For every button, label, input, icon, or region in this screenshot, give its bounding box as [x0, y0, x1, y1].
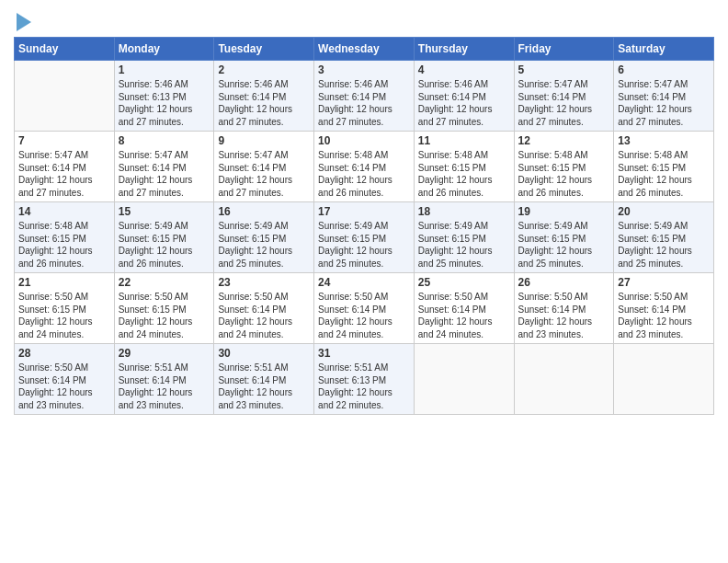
week-row-5: 28Sunrise: 5:50 AM Sunset: 6:14 PM Dayli… [15, 344, 714, 415]
day-info: Sunrise: 5:51 AM Sunset: 6:14 PM Dayligh… [119, 362, 210, 411]
day-info: Sunrise: 5:49 AM Sunset: 6:15 PM Dayligh… [418, 220, 510, 270]
day-cell: 22Sunrise: 5:50 AM Sunset: 6:15 PM Dayli… [114, 273, 214, 344]
day-info: Sunrise: 5:47 AM Sunset: 6:14 PM Dayligh… [618, 78, 710, 128]
day-cell: 26Sunrise: 5:50 AM Sunset: 6:14 PM Dayli… [514, 273, 614, 344]
logo [14, 9, 31, 31]
day-number: 27 [618, 276, 710, 289]
day-cell: 18Sunrise: 5:49 AM Sunset: 6:15 PM Dayli… [414, 202, 514, 273]
day-cell: 14Sunrise: 5:48 AM Sunset: 6:15 PM Dayli… [15, 202, 115, 273]
day-info: Sunrise: 5:49 AM Sunset: 6:15 PM Dayligh… [119, 220, 210, 270]
page-header [14, 9, 714, 31]
day-info: Sunrise: 5:48 AM Sunset: 6:14 PM Dayligh… [318, 149, 410, 199]
day-info: Sunrise: 5:49 AM Sunset: 6:15 PM Dayligh… [318, 220, 410, 270]
day-info: Sunrise: 5:48 AM Sunset: 6:15 PM Dayligh… [18, 220, 110, 270]
day-cell: 11Sunrise: 5:48 AM Sunset: 6:15 PM Dayli… [414, 132, 514, 202]
day-info: Sunrise: 5:46 AM Sunset: 6:14 PM Dayligh… [418, 78, 510, 128]
day-number: 8 [119, 134, 210, 147]
day-cell: 21Sunrise: 5:50 AM Sunset: 6:15 PM Dayli… [15, 273, 115, 344]
day-number: 15 [119, 205, 210, 218]
day-info: Sunrise: 5:51 AM Sunset: 6:14 PM Dayligh… [218, 362, 310, 411]
header-cell-tuesday: Tuesday [214, 38, 314, 61]
day-cell: 15Sunrise: 5:49 AM Sunset: 6:15 PM Dayli… [114, 202, 214, 273]
day-cell: 27Sunrise: 5:50 AM Sunset: 6:14 PM Dayli… [614, 273, 714, 344]
day-number: 23 [218, 276, 310, 289]
day-info: Sunrise: 5:51 AM Sunset: 6:13 PM Dayligh… [318, 362, 410, 411]
day-cell: 23Sunrise: 5:50 AM Sunset: 6:14 PM Dayli… [214, 273, 314, 344]
week-row-4: 21Sunrise: 5:50 AM Sunset: 6:15 PM Dayli… [15, 273, 714, 344]
day-cell: 13Sunrise: 5:48 AM Sunset: 6:15 PM Dayli… [614, 132, 714, 202]
day-cell [514, 344, 614, 415]
day-cell: 9Sunrise: 5:47 AM Sunset: 6:14 PM Daylig… [214, 132, 314, 202]
day-info: Sunrise: 5:46 AM Sunset: 6:14 PM Dayligh… [318, 78, 410, 128]
header-cell-monday: Monday [114, 38, 214, 61]
day-number: 9 [218, 134, 310, 147]
day-number: 21 [18, 276, 110, 289]
header-cell-friday: Friday [514, 38, 614, 61]
day-cell [614, 344, 714, 415]
week-row-3: 14Sunrise: 5:48 AM Sunset: 6:15 PM Dayli… [15, 202, 714, 273]
header-cell-thursday: Thursday [414, 38, 514, 61]
week-row-1: 1Sunrise: 5:46 AM Sunset: 6:13 PM Daylig… [15, 61, 714, 132]
day-info: Sunrise: 5:46 AM Sunset: 6:13 PM Dayligh… [119, 78, 210, 128]
day-info: Sunrise: 5:50 AM Sunset: 6:14 PM Dayligh… [518, 291, 610, 340]
day-number: 22 [119, 276, 210, 289]
day-info: Sunrise: 5:50 AM Sunset: 6:14 PM Dayligh… [318, 291, 410, 340]
day-number: 17 [318, 205, 410, 218]
day-cell: 24Sunrise: 5:50 AM Sunset: 6:14 PM Dayli… [314, 273, 415, 344]
day-number: 31 [318, 347, 410, 360]
calendar-table: SundayMondayTuesdayWednesdayThursdayFrid… [14, 37, 714, 415]
day-number: 2 [218, 63, 310, 76]
day-cell: 7Sunrise: 5:47 AM Sunset: 6:14 PM Daylig… [15, 132, 115, 202]
day-cell: 16Sunrise: 5:49 AM Sunset: 6:15 PM Dayli… [214, 202, 314, 273]
header-cell-wednesday: Wednesday [314, 38, 415, 61]
day-cell: 6Sunrise: 5:47 AM Sunset: 6:14 PM Daylig… [614, 61, 714, 132]
day-cell: 30Sunrise: 5:51 AM Sunset: 6:14 PM Dayli… [214, 344, 314, 415]
day-info: Sunrise: 5:50 AM Sunset: 6:14 PM Dayligh… [18, 362, 110, 411]
day-cell: 1Sunrise: 5:46 AM Sunset: 6:13 PM Daylig… [114, 61, 214, 132]
day-cell: 12Sunrise: 5:48 AM Sunset: 6:15 PM Dayli… [514, 132, 614, 202]
day-number: 5 [518, 63, 610, 76]
day-info: Sunrise: 5:50 AM Sunset: 6:14 PM Dayligh… [218, 291, 310, 340]
day-info: Sunrise: 5:47 AM Sunset: 6:14 PM Dayligh… [18, 149, 110, 199]
day-info: Sunrise: 5:47 AM Sunset: 6:14 PM Dayligh… [119, 149, 210, 199]
day-number: 19 [518, 205, 610, 218]
day-info: Sunrise: 5:47 AM Sunset: 6:14 PM Dayligh… [518, 78, 610, 128]
day-info: Sunrise: 5:46 AM Sunset: 6:14 PM Dayligh… [218, 78, 310, 128]
calendar-header: SundayMondayTuesdayWednesdayThursdayFrid… [15, 38, 714, 61]
day-info: Sunrise: 5:49 AM Sunset: 6:15 PM Dayligh… [518, 220, 610, 270]
day-cell: 5Sunrise: 5:47 AM Sunset: 6:14 PM Daylig… [514, 61, 614, 132]
day-number: 10 [318, 134, 410, 147]
day-number: 1 [119, 63, 210, 76]
day-info: Sunrise: 5:48 AM Sunset: 6:15 PM Dayligh… [618, 149, 710, 199]
day-number: 13 [618, 134, 710, 147]
day-info: Sunrise: 5:48 AM Sunset: 6:15 PM Dayligh… [518, 149, 610, 199]
calendar-body: 1Sunrise: 5:46 AM Sunset: 6:13 PM Daylig… [15, 61, 714, 415]
day-info: Sunrise: 5:49 AM Sunset: 6:15 PM Dayligh… [218, 220, 310, 270]
logo-text [14, 9, 31, 31]
day-info: Sunrise: 5:50 AM Sunset: 6:14 PM Dayligh… [618, 291, 710, 340]
day-number: 26 [518, 276, 610, 289]
day-cell: 3Sunrise: 5:46 AM Sunset: 6:14 PM Daylig… [314, 61, 415, 132]
day-info: Sunrise: 5:50 AM Sunset: 6:15 PM Dayligh… [119, 291, 210, 340]
day-cell: 28Sunrise: 5:50 AM Sunset: 6:14 PM Dayli… [15, 344, 115, 415]
day-number: 3 [318, 63, 410, 76]
header-row: SundayMondayTuesdayWednesdayThursdayFrid… [15, 38, 714, 61]
day-number: 30 [218, 347, 310, 360]
day-info: Sunrise: 5:49 AM Sunset: 6:15 PM Dayligh… [618, 220, 710, 270]
day-cell: 4Sunrise: 5:46 AM Sunset: 6:14 PM Daylig… [414, 61, 514, 132]
day-info: Sunrise: 5:50 AM Sunset: 6:15 PM Dayligh… [18, 291, 110, 340]
day-number: 24 [318, 276, 410, 289]
day-cell: 19Sunrise: 5:49 AM Sunset: 6:15 PM Dayli… [514, 202, 614, 273]
day-cell: 20Sunrise: 5:49 AM Sunset: 6:15 PM Dayli… [614, 202, 714, 273]
day-number: 16 [218, 205, 310, 218]
day-number: 14 [18, 205, 110, 218]
day-cell: 29Sunrise: 5:51 AM Sunset: 6:14 PM Dayli… [114, 344, 214, 415]
day-number: 20 [618, 205, 710, 218]
day-number: 4 [418, 63, 510, 76]
day-number: 6 [618, 63, 710, 76]
day-number: 18 [418, 205, 510, 218]
day-cell [414, 344, 514, 415]
logo-arrow-icon [17, 13, 31, 31]
day-cell [15, 61, 115, 132]
week-row-2: 7Sunrise: 5:47 AM Sunset: 6:14 PM Daylig… [15, 132, 714, 202]
